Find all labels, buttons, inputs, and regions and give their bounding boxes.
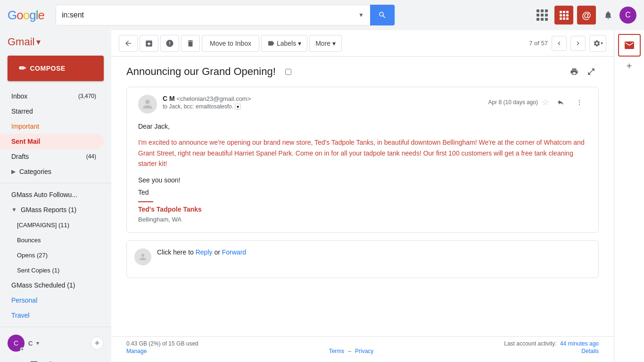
reply-person-icon — [138, 252, 148, 262]
signature-location: Bellingham, WA — [138, 215, 587, 225]
sidebar-item-travel[interactable]: Travel — [0, 308, 104, 323]
google-apps-button[interactable] — [533, 6, 552, 25]
sidebar-footer-icons — [0, 355, 111, 362]
email-checkbox[interactable] — [285, 69, 291, 75]
categories-label: Categories — [19, 168, 51, 175]
privacy-link[interactable]: Privacy — [355, 348, 373, 354]
reply-avatar — [134, 248, 151, 265]
sidebar-item-starred[interactable]: Starred — [0, 104, 104, 119]
star-button[interactable]: ☆ — [542, 97, 549, 107]
click-here-text: Click here to — [157, 248, 196, 256]
compose-label: COMPOSE — [30, 65, 66, 72]
top-bar: Google ▼ @ — [0, 0, 644, 30]
archive-button[interactable] — [140, 35, 158, 52]
sidebar-item-gmass-reports[interactable]: ▼ GMass Reports (1) — [0, 202, 104, 217]
gmail-dropdown-icon[interactable]: ▾ — [36, 37, 41, 47]
apps-grid-icon — [537, 9, 548, 21]
gmass-panel-button[interactable] — [618, 34, 641, 57]
search-input[interactable] — [56, 11, 352, 19]
reply-button[interactable] — [553, 95, 568, 110]
sender-name: C M — [163, 95, 175, 102]
gmass-reports-label: GMass Reports (1) — [21, 206, 76, 214]
sidebar-item-personal[interactable]: Personal — [0, 293, 104, 308]
sidebar-item-gmass-scheduled[interactable]: GMass Scheduled (1) — [0, 278, 104, 293]
email-message: C M <chelonian23@gmail.com> to Jack, bcc… — [126, 87, 599, 233]
spam-button[interactable] — [160, 35, 179, 52]
signature-name: Ted's Tadpole Tanks — [138, 204, 587, 214]
more-button[interactable]: More ▾ — [309, 35, 342, 52]
phone-icon-button[interactable] — [45, 357, 60, 362]
gmass-reports-expand-icon: ▼ — [11, 206, 17, 213]
chat-icon-button[interactable] — [26, 357, 41, 362]
storage-used-text: 0.43 GB (2%) of 15 GB used — [126, 340, 198, 347]
footer-activity: Last account activity: 44 minutes ago De… — [504, 340, 599, 354]
search-button[interactable] — [370, 5, 395, 25]
footer-links: Terms – Privacy — [329, 348, 374, 354]
compose-button[interactable]: ✏ COMPOSE — [8, 56, 104, 81]
gmass-grid-icon — [560, 11, 569, 20]
more-options-button[interactable]: ⋮ — [572, 95, 587, 110]
sidebar-item-opens[interactable]: Opens (27) — [0, 247, 104, 263]
terms-link[interactable]: Terms — [329, 348, 345, 354]
labels-button[interactable]: Labels ▾ — [261, 35, 307, 52]
starred-label: Starred — [11, 107, 33, 115]
expand-button[interactable] — [584, 64, 599, 79]
print-icon — [570, 67, 578, 76]
chevron-left-icon — [555, 40, 563, 47]
reply-link[interactable]: Reply — [196, 248, 213, 256]
gmass-apps-button[interactable] — [554, 6, 573, 25]
sidebar-item-campaigns[interactable]: [CAMPAIGNS] (11) — [0, 217, 104, 232]
next-page-button[interactable] — [570, 36, 586, 51]
reply-placeholder[interactable]: Click here to Reply or Forward — [157, 248, 246, 256]
sidebar-user-name: C — [28, 340, 33, 347]
reply-icon — [557, 99, 564, 106]
sidebar-item-sent[interactable]: Sent Mail — [0, 134, 104, 149]
trash-icon — [186, 39, 195, 48]
back-button[interactable] — [119, 35, 138, 52]
manage-storage-link[interactable]: Manage — [126, 348, 198, 354]
email-closing-2: Ted — [138, 187, 587, 197]
right-panel: + — [614, 30, 644, 362]
gmass-at-button[interactable]: @ — [577, 6, 596, 25]
sidebar-item-bounces[interactable]: Bounces — [0, 232, 104, 247]
personal-label: Personal — [11, 296, 37, 304]
move-to-inbox-button[interactable]: Move to Inbox — [202, 35, 259, 52]
user-avatar-button[interactable]: C — [619, 7, 636, 24]
content-area: Move to Inbox Labels ▾ More ▾ 7 of 57 — [111, 30, 614, 362]
add-panel-button[interactable]: + — [622, 58, 637, 74]
sidebar-item-important[interactable]: Important — [0, 119, 104, 134]
add-account-button[interactable]: + — [91, 337, 104, 350]
search-dropdown-btn[interactable]: ▼ — [352, 5, 371, 25]
gear-icon — [593, 40, 601, 47]
email-footer: 0.43 GB (2%) of 15 GB used Manage Terms … — [111, 336, 614, 362]
gmail-logo-text: Gmail — [8, 36, 34, 48]
reply-area[interactable]: Click here to Reply or Forward — [126, 240, 599, 278]
show-details-button[interactable]: ▾ — [235, 104, 241, 110]
or-text: or — [213, 248, 222, 256]
sidebar-item-drafts[interactable]: Drafts (44) — [0, 149, 104, 164]
sender-email: <chelonian23@gmail.com> — [177, 95, 251, 102]
print-button[interactable] — [567, 64, 582, 79]
details-link[interactable]: Details — [581, 348, 599, 354]
sidebar-item-sent-copies[interactable]: Sent Copies (1) — [0, 263, 104, 278]
gmass-scheduled-label: GMass Scheduled (1) — [11, 281, 75, 289]
notifications-button[interactable] — [599, 6, 618, 25]
delete-button[interactable] — [181, 35, 200, 52]
more-label: More — [315, 40, 330, 47]
footer-dash: – — [348, 348, 351, 354]
avatar-letter: C — [625, 11, 631, 19]
sidebar-item-inbox[interactable]: Inbox (3,470) — [0, 89, 104, 104]
prev-page-button[interactable] — [552, 36, 567, 51]
sidebar-item-gmass-auto[interactable]: GMass Auto Followu... — [0, 187, 104, 202]
labels-dropdown-icon: ▾ — [298, 40, 301, 47]
email-date: Apr 8 (10 days ago) ☆ ⋮ — [488, 95, 587, 110]
time-ago-link[interactable]: 44 minutes ago — [560, 340, 599, 347]
important-label: Important — [11, 123, 39, 130]
contacts-icon-button[interactable] — [8, 357, 23, 362]
email-subject: Announcing our Grand Opening! — [126, 66, 276, 78]
user-dropdown-icon[interactable]: ▾ — [36, 340, 39, 346]
sidebar-item-categories[interactable]: ▶ Categories — [0, 164, 104, 179]
person-placeholder-icon — [141, 98, 154, 111]
forward-link[interactable]: Forward — [222, 248, 246, 256]
settings-button[interactable]: ▾ — [589, 35, 606, 52]
